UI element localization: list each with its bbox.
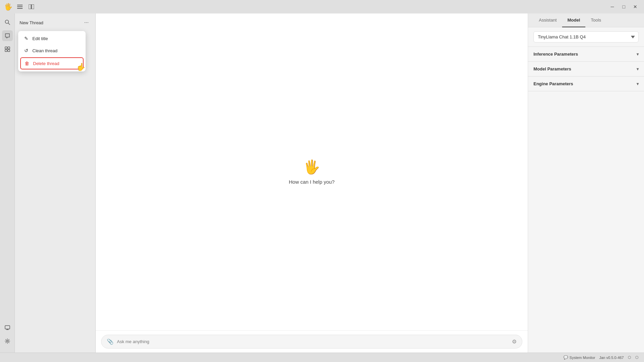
settings-icon-btn[interactable] [2,336,13,346]
model-selector-area: TinyLlama Chat 1.1B Q4 [528,27,644,47]
layout-icon [29,4,34,9]
gear-icon [5,338,10,344]
right-panel-tabs: Assistant Model Tools [528,13,644,27]
maximize-button[interactable]: □ [619,2,628,11]
version-label: Jan v0.5.0-467 [599,356,624,360]
delete-thread-menu-item[interactable]: 🗑 Delete thread 👆 [20,57,84,69]
chat-input[interactable] [117,339,509,344]
svg-rect-9 [5,50,7,52]
welcome-text: How can I help you? [289,179,335,185]
thread-title: New Thread [20,20,43,25]
system-monitor-status[interactable]: 💬 System Monitor [563,355,595,360]
model-parameters-section: Model Parameters ▾ [528,62,644,77]
app-logo: 🖐️ [4,3,12,11]
sidebar: New Thread ··· ✎ Edit title ↺ Clean thre… [15,13,96,353]
search-icon-btn[interactable] [2,17,13,28]
engine-parameters-label: Engine Parameters [533,81,573,86]
titlebar: 🖐️ ─ □ ✕ [0,0,644,13]
monitor-icon [5,325,10,330]
svg-rect-1 [17,6,23,7]
right-panel: Assistant Model Tools TinyLlama Chat 1.1… [528,13,644,353]
clean-thread-label: Clean thread [32,48,57,53]
clean-thread-menu-item[interactable]: ↺ Clean thread [18,44,86,57]
icon-rail [0,13,15,353]
chevron-down-icon-2: ▾ [637,67,639,71]
system-monitor-label: System Monitor [570,356,595,360]
engine-parameters-toggle[interactable]: Engine Parameters ▾ [528,77,644,91]
sidebar-header: New Thread ··· [15,16,95,30]
discord-icon[interactable]: ⬡ [628,355,631,360]
tab-assistant[interactable]: Assistant [533,13,562,27]
svg-rect-0 [17,5,23,5]
input-bar: 📎 ⚙ [96,330,528,353]
sidebar-toggle-button[interactable] [16,3,24,10]
svg-rect-10 [8,50,10,52]
chevron-down-icon-3: ▾ [637,82,639,86]
svg-rect-3 [29,4,31,9]
tab-model[interactable]: Model [562,13,586,27]
more-options-button[interactable]: ··· [82,19,91,26]
model-parameters-toggle[interactable]: Model Parameters ▾ [528,62,644,76]
svg-rect-8 [8,47,10,49]
engine-parameters-section: Engine Parameters ▾ [528,77,644,91]
svg-line-6 [8,23,10,25]
hamburger-icon [17,5,23,9]
tab-tools[interactable]: Tools [585,13,606,27]
app-body: New Thread ··· ✎ Edit title ↺ Clean thre… [0,13,644,353]
statusbar: 💬 System Monitor Jan v0.5.0-467 ⬡ ⬡ [0,353,644,362]
close-button[interactable]: ✕ [631,2,640,11]
edit-title-menu-item[interactable]: ✎ Edit title [18,32,86,44]
inference-parameters-label: Inference Parameters [533,52,578,57]
cursor-indicator: 👆 [76,63,86,71]
model-parameters-label: Model Parameters [533,66,571,71]
grid-icon [5,47,10,52]
svg-rect-4 [32,4,34,9]
welcome-icon: 🖐️ [303,159,320,175]
inference-parameters-section: Inference Parameters ▾ [528,47,644,62]
input-settings-icon[interactable]: ⚙ [512,338,517,345]
context-menu: ✎ Edit title ↺ Clean thread 🗑 Delete thr… [18,31,86,71]
minimize-button[interactable]: ─ [608,2,617,11]
clean-icon: ↺ [24,48,29,53]
monitor-icon-btn[interactable] [2,322,13,333]
chevron-down-icon: ▾ [637,52,639,57]
svg-rect-11 [5,326,10,329]
window-controls: ─ □ ✕ [608,2,640,11]
delete-icon: 🗑 [24,61,30,66]
chat-icon-btn[interactable] [2,30,13,41]
monitor-status-icon: 💬 [563,355,568,360]
svg-rect-7 [5,47,7,49]
chat-icon [5,33,10,38]
delete-thread-label: Delete thread [33,61,59,66]
search-icon [5,20,10,25]
attach-icon[interactable]: 📎 [107,338,114,345]
inference-parameters-toggle[interactable]: Inference Parameters ▾ [528,47,644,61]
main-content: 🖐️ How can I help you? 📎 ⚙ [96,13,528,353]
grid-icon-btn[interactable] [2,44,13,55]
layout-toggle-button[interactable] [27,3,35,10]
model-select[interactable]: TinyLlama Chat 1.1B Q4 [533,31,639,42]
chat-area: 🖐️ How can I help you? [96,13,528,330]
github-icon[interactable]: ⬡ [635,355,639,360]
titlebar-left: 🖐️ [4,3,35,11]
svg-rect-2 [17,8,23,9]
svg-point-14 [6,340,8,342]
input-wrapper: 📎 ⚙ [101,335,522,349]
edit-title-label: Edit title [32,36,48,41]
edit-icon: ✎ [24,36,29,41]
